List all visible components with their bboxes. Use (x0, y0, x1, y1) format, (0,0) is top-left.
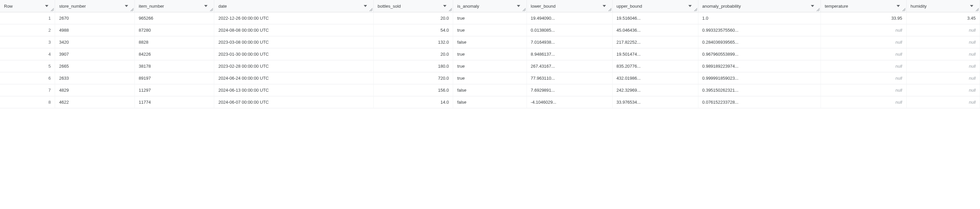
cell-temperature: null (821, 72, 907, 84)
cell-is_anomaly: true (453, 48, 527, 60)
cell-date: 2024-06-13 00:00:00 UTC (214, 84, 373, 97)
cell-upper_bound: 33.976534... (612, 97, 698, 108)
column-header-item_number[interactable]: item_number (135, 0, 215, 12)
column-header-label: item_number (139, 4, 164, 9)
column-menu-icon[interactable] (124, 3, 129, 9)
cell-upper_bound: 45.046436... (612, 24, 698, 36)
column-header-date[interactable]: date (214, 0, 373, 12)
column-header-bottles_sold[interactable]: bottles_sold (374, 0, 453, 12)
column-header-label: humidity (911, 4, 927, 9)
cell-anomaly_probability: 0.395150262321... (698, 84, 821, 97)
cell-row: 2 (0, 24, 55, 36)
table-row[interactable]: 24988872802024-08-08 00:00:00 UTC54.0tru… (0, 24, 980, 36)
column-menu-icon[interactable] (810, 3, 815, 9)
cell-lower_bound: -4.1046029... (527, 97, 612, 108)
column-menu-icon[interactable] (363, 3, 368, 9)
cell-upper_bound: 19.501474... (612, 48, 698, 60)
column-header-label: store_number (59, 4, 86, 9)
column-header-anomaly_probability[interactable]: anomaly_probability (698, 0, 821, 12)
column-menu-icon[interactable] (442, 3, 447, 9)
cell-anomaly_probability: 1.0 (698, 12, 821, 24)
column-header-lower_bound[interactable]: lower_bound (527, 0, 612, 12)
column-menu-icon[interactable] (969, 3, 974, 9)
table-row[interactable]: 84622117742024-06-07 00:00:00 UTC14.0fal… (0, 97, 980, 108)
cell-bottles_sold: 156.0 (374, 84, 453, 97)
column-menu-icon[interactable] (601, 3, 607, 9)
cell-upper_bound: 242.32969... (612, 84, 698, 97)
cell-row: 1 (0, 12, 55, 24)
cell-row: 6 (0, 72, 55, 84)
cell-store_number: 3907 (55, 48, 135, 60)
column-header-temperature[interactable]: temperature (821, 0, 907, 12)
column-resize-handle[interactable] (608, 0, 612, 12)
column-menu-icon[interactable] (687, 3, 693, 9)
table-row[interactable]: 43907842262023-01-30 00:00:00 UTC20.0tru… (0, 48, 980, 60)
column-resize-handle[interactable] (448, 0, 453, 12)
cell-item_number: 11774 (135, 97, 215, 108)
cell-is_anomaly: true (453, 72, 527, 84)
cell-temperature: null (821, 36, 907, 48)
table-row[interactable]: 3342088282023-03-08 00:00:00 UTC132.0fal… (0, 36, 980, 48)
column-header-is_anomaly[interactable]: is_anomaly (453, 0, 527, 12)
column-menu-icon[interactable] (516, 3, 521, 9)
column-resize-handle[interactable] (369, 0, 373, 12)
column-header-row[interactable]: Row (0, 0, 55, 12)
cell-item_number: 11297 (135, 84, 215, 97)
table-row[interactable]: 126709652662022-12-26 00:00:00 UTC20.0tr… (0, 12, 980, 24)
column-header-label: temperature (825, 4, 848, 9)
cell-item_number: 8828 (135, 36, 215, 48)
cell-anomaly_probability: 0.284036939565... (698, 36, 821, 48)
cell-store_number: 4622 (55, 97, 135, 108)
column-header-humidity[interactable]: humidity (907, 0, 980, 12)
column-resize-handle[interactable] (50, 0, 55, 12)
column-menu-icon[interactable] (896, 3, 901, 9)
column-resize-handle[interactable] (902, 0, 906, 12)
cell-date: 2023-03-08 00:00:00 UTC (214, 36, 373, 48)
cell-is_anomaly: false (453, 84, 527, 97)
cell-anomaly_probability: 0.989189223974... (698, 60, 821, 72)
cell-date: 2024-06-07 00:00:00 UTC (214, 97, 373, 108)
column-resize-handle[interactable] (130, 0, 134, 12)
column-header-label: anomaly_probability (702, 4, 741, 9)
cell-lower_bound: 8.9486137... (527, 48, 612, 60)
cell-temperature: null (821, 97, 907, 108)
cell-row: 4 (0, 48, 55, 60)
table-row[interactable]: 74829112972024-06-13 00:00:00 UTC156.0fa… (0, 84, 980, 97)
cell-row: 7 (0, 84, 55, 97)
cell-temperature: null (821, 60, 907, 72)
cell-anomaly_probability: 0.993323575560... (698, 24, 821, 36)
cell-upper_bound: 217.82252... (612, 36, 698, 48)
cell-anomaly_probability: 0.967960553899... (698, 48, 821, 60)
cell-row: 8 (0, 97, 55, 108)
cell-item_number: 38178 (135, 60, 215, 72)
cell-bottles_sold: 20.0 (374, 12, 453, 24)
cell-anomaly_probability: 0.999991859023... (698, 72, 821, 84)
column-resize-handle[interactable] (975, 0, 980, 12)
cell-lower_bound: 77.963110... (527, 72, 612, 84)
cell-is_anomaly: true (453, 12, 527, 24)
column-menu-icon[interactable] (44, 3, 49, 9)
cell-anomaly_probability: 0.076152233728... (698, 97, 821, 108)
cell-is_anomaly: true (453, 24, 527, 36)
cell-upper_bound: 19.516046... (612, 12, 698, 24)
column-resize-handle[interactable] (816, 0, 821, 12)
table-row[interactable]: 52665381782023-02-28 00:00:00 UTC180.0tr… (0, 60, 980, 72)
cell-store_number: 2670 (55, 12, 135, 24)
cell-is_anomaly: false (453, 36, 527, 48)
cell-bottles_sold: 14.0 (374, 97, 453, 108)
cell-temperature: null (821, 48, 907, 60)
cell-bottles_sold: 180.0 (374, 60, 453, 72)
column-header-store_number[interactable]: store_number (55, 0, 135, 12)
cell-humidity: 3.45 (907, 12, 980, 24)
table-row[interactable]: 62633891972024-06-24 00:00:00 UTC720.0tr… (0, 72, 980, 84)
column-menu-icon[interactable] (203, 3, 208, 9)
cell-humidity: null (907, 60, 980, 72)
column-resize-handle[interactable] (694, 0, 698, 12)
column-resize-handle[interactable] (522, 0, 527, 12)
cell-humidity: null (907, 36, 980, 48)
cell-store_number: 4988 (55, 24, 135, 36)
results-table: Rowstore_numberitem_numberdatebottles_so… (0, 0, 980, 108)
cell-temperature: null (821, 24, 907, 36)
column-header-upper_bound[interactable]: upper_bound (612, 0, 698, 12)
column-resize-handle[interactable] (209, 0, 214, 12)
